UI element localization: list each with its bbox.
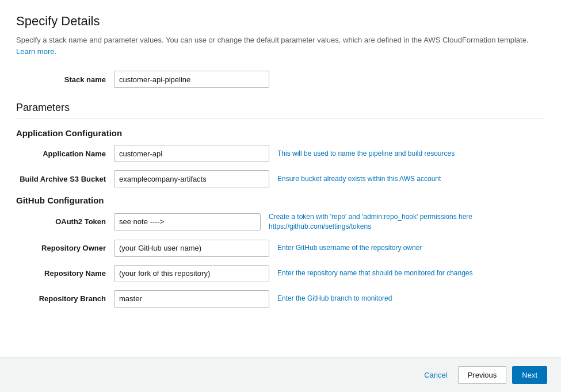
- app-name-input[interactable]: [114, 145, 269, 162]
- stack-name-section: Stack name: [16, 71, 545, 88]
- stack-name-row: Stack name: [16, 71, 545, 88]
- repo-branch-hint: Enter the GitHub branch to monitored: [277, 294, 392, 303]
- repo-name-input[interactable]: [114, 265, 269, 282]
- github-config-section: GitHub Configuration OAuth2 Token Create…: [16, 195, 545, 308]
- previous-button[interactable]: Previous: [458, 366, 507, 384]
- footer: Cancel Previous Next: [0, 358, 561, 392]
- oauth-token-row: OAuth2 Token Create a token with 'repo' …: [16, 212, 545, 232]
- page-title: Specify Details: [16, 14, 545, 29]
- app-config-section: Application Configuration Application Na…: [16, 128, 545, 187]
- page-description: Specify a stack name and parameter value…: [16, 34, 545, 57]
- app-name-row: Application Name This will be used to na…: [16, 145, 545, 162]
- repo-name-hint: Enter the repository name that should be…: [277, 268, 473, 278]
- repo-name-label: Repository Name: [16, 269, 114, 278]
- repo-owner-label: Repository Owner: [16, 244, 114, 252]
- repo-branch-label: Repository Branch: [16, 294, 114, 303]
- oauth-token-label: OAuth2 Token: [16, 217, 114, 226]
- parameters-title: Parameters: [16, 102, 545, 114]
- parameters-section: Parameters Application Configuration App…: [16, 102, 545, 308]
- s3-bucket-hint: Ensure bucket already exists within this…: [277, 174, 441, 184]
- description-text: Specify a stack name and parameter value…: [16, 36, 529, 44]
- learn-more-link[interactable]: Learn more.: [16, 47, 56, 56]
- stack-name-label: Stack name: [16, 75, 114, 84]
- repo-branch-row: Repository Branch Enter the GitHub branc…: [16, 290, 545, 308]
- content-area: Specify Details Specify a stack name and…: [0, 0, 561, 358]
- repo-branch-input[interactable]: [114, 290, 269, 308]
- page-container: Specify Details Specify a stack name and…: [0, 0, 561, 392]
- repo-owner-hint: Enter GitHub username of the repository …: [277, 243, 422, 253]
- oauth-token-hint: Create a token with 'repo' and 'admin:re…: [269, 212, 545, 232]
- app-name-label: Application Name: [16, 149, 114, 158]
- next-button[interactable]: Next: [512, 366, 547, 384]
- github-config-title: GitHub Configuration: [16, 195, 545, 205]
- app-name-hint: This will be used to name the pipeline a…: [277, 149, 455, 159]
- s3-bucket-label: Build Archive S3 Bucket: [16, 175, 114, 183]
- stack-name-input[interactable]: [114, 71, 269, 88]
- s3-bucket-input[interactable]: [114, 170, 269, 187]
- oauth-token-input[interactable]: [114, 213, 261, 230]
- app-config-title: Application Configuration: [16, 128, 545, 138]
- repo-owner-row: Repository Owner Enter GitHub username o…: [16, 240, 545, 257]
- repo-owner-input[interactable]: [114, 240, 269, 257]
- parameters-divider: [16, 118, 545, 119]
- s3-bucket-row: Build Archive S3 Bucket Ensure bucket al…: [16, 170, 545, 187]
- cancel-button[interactable]: Cancel: [419, 366, 452, 384]
- repo-name-row: Repository Name Enter the repository nam…: [16, 265, 545, 282]
